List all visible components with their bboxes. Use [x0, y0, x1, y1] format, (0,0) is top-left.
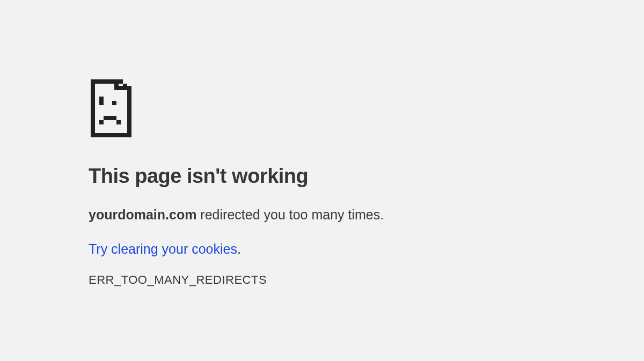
error-domain: yourdomain.com: [89, 207, 196, 222]
error-suggestion: Try clearing your cookies.: [89, 240, 429, 258]
svg-rect-5: [99, 120, 104, 124]
error-code: ERR_TOO_MANY_REDIRECTS: [89, 273, 429, 287]
svg-rect-0: [119, 79, 123, 84]
svg-rect-1: [123, 84, 127, 88]
error-title: This page isn't working: [89, 164, 429, 189]
svg-rect-3: [112, 101, 116, 105]
error-page-container: This page isn't working yourdomain.com r…: [0, 0, 429, 287]
clear-cookies-link[interactable]: Try clearing your cookies: [89, 241, 237, 256]
sad-document-icon: [89, 79, 429, 137]
error-message: yourdomain.com redirected you too many t…: [89, 206, 429, 224]
svg-rect-6: [116, 120, 121, 124]
svg-rect-4: [104, 116, 116, 120]
svg-rect-2: [99, 97, 104, 105]
suggestion-period: .: [237, 241, 241, 256]
error-message-text: redirected you too many times.: [196, 207, 384, 222]
